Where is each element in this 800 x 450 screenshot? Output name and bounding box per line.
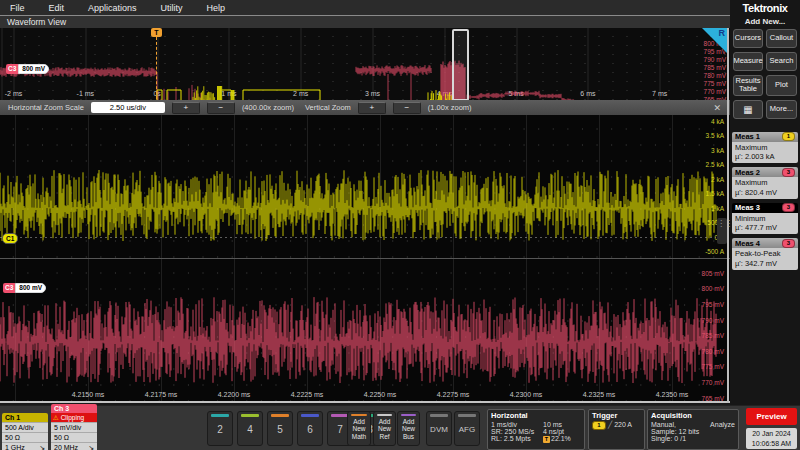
waveform-trace <box>231 90 234 100</box>
results-table-button[interactable]: Results Table <box>733 75 763 96</box>
t-time-tick: 4.2175 ms <box>145 391 178 398</box>
date-label: 20 Jan 2024 <box>746 429 797 439</box>
menu-file[interactable]: File <box>10 3 25 13</box>
ch1-bandwidth: 1 GHz <box>5 443 25 450</box>
meas-value: µ': 820.4 mV <box>735 188 795 198</box>
add-bus-label: Add New Bus <box>398 416 419 440</box>
t-time-tick: 4.2150 ms <box>72 391 105 398</box>
menu-help[interactable]: Help <box>207 3 226 13</box>
trigger-panel[interactable]: Trigger 1 ╱ 220 A <box>588 409 645 450</box>
channel-4-button[interactable]: 4 <box>237 411 263 446</box>
afg-button[interactable]: AFG <box>454 411 480 446</box>
oscilloscope-app: { "menu": {"items": ["File", "Edit", "Ap… <box>0 0 800 450</box>
trigger-marker[interactable]: T <box>151 28 162 37</box>
zoomed-waveform-view[interactable]: 4 kA3.5 kA3 kA2.5 kA2 kA1.5 kA1 kA500 A0… <box>0 115 730 403</box>
section-divider <box>0 258 730 259</box>
hzoom-plus-button[interactable]: + <box>172 102 200 114</box>
preview-button[interactable]: Preview <box>746 408 797 425</box>
channel3-scale: 800 mV <box>18 64 49 74</box>
cursors-button[interactable]: Cursors <box>733 29 763 48</box>
meas-3-badge[interactable]: Meas 3 3 Minimum µ': 477.7 mV <box>732 203 798 235</box>
channel-number: 6 <box>298 417 322 443</box>
menu-bar: File Edit Applications Utility Help <box>0 0 730 15</box>
meas-source-pill: 3 <box>782 239 795 248</box>
meas-2-badge[interactable]: Meas 2 3 Maximum µ': 820.4 mV <box>732 167 798 199</box>
trigger-slope-icon: ╱ <box>608 421 612 428</box>
channel1-name: Ch 1 <box>2 413 48 422</box>
meas-1-badge[interactable]: Meas 1 1 Maximum µ': 2.003 kA <box>732 132 798 164</box>
dvm-button[interactable]: DVM <box>426 411 452 446</box>
expand-arrow-icon: ↘ <box>39 443 45 450</box>
hzoom-factor: (400.00x zoom) <box>242 103 294 112</box>
menu-applications[interactable]: Applications <box>88 3 137 13</box>
measure-button[interactable]: Measure <box>733 52 763 71</box>
close-zoom-icon[interactable]: ✕ <box>713 103 721 113</box>
channel-number: 4 <box>238 417 262 443</box>
meas-4-badge[interactable]: Meas 4 3 Peak-to-Peak µ': 342.7 mV <box>732 238 798 270</box>
warning-icon: ⚠ <box>53 414 59 421</box>
ch3-scale: 5 mV/div <box>54 423 81 432</box>
expand-arrow-icon: ↘ <box>88 443 94 450</box>
acq-mode: Manual, <box>651 421 676 428</box>
meas-value: µ': 2.003 kA <box>735 152 795 162</box>
tab-waveform-view[interactable]: Waveform View <box>0 15 730 28</box>
menu-utility[interactable]: Utility <box>161 3 183 13</box>
t-time-tick: 4.2200 ms <box>218 391 251 398</box>
table-grid-icon[interactable]: ▦ <box>733 100 763 119</box>
more-button[interactable]: More... <box>766 100 797 119</box>
horizontal-zoom-scale-input[interactable] <box>91 102 165 113</box>
meas-source-pill: 1 <box>782 132 795 141</box>
channel-6-button[interactable]: 6 <box>297 411 323 446</box>
measurement-list: Meas 1 1 Maximum µ': 2.003 kA Meas 2 3 M… <box>730 132 800 270</box>
channel3-status-badge[interactable]: Ch 3 ⚠ Clipping 5 mV/div 50 Ω 20 MHz ↘ <box>51 404 97 450</box>
add-new-ref-button[interactable]: Add New Ref <box>373 411 396 446</box>
channel3-zoom-badge[interactable]: C3800 mV <box>3 283 46 293</box>
waveform-trace <box>0 170 716 241</box>
t-time-tick: 4.2250 ms <box>364 391 397 398</box>
overview-traces <box>0 28 730 100</box>
plot-button[interactable]: Plot <box>766 75 797 96</box>
t-time-tick: 4.2325 ms <box>583 391 616 398</box>
add-math-label: Add New Math <box>348 416 370 440</box>
channel3-overview-badge[interactable]: C3800 mV <box>6 64 49 74</box>
callout-button[interactable]: Callout <box>766 29 797 48</box>
waveform-overview[interactable]: 800 mV795 mV790 mV785 mV780 mV775 mV770 … <box>0 28 730 100</box>
trigger-level: 220 A <box>614 421 632 428</box>
status-bar: Ch 1 500 A/div 50 Ω 1 GHz ↘ Ch 3 ⚠ Clipp… <box>0 405 800 450</box>
add-new-buttons: Cursors Callout Measure Search Results T… <box>730 29 800 119</box>
trigger-source-pill: 1 <box>592 421 606 430</box>
time-label: 10:06:58 AM <box>746 439 797 449</box>
acq-analyze: Analyze <box>710 421 735 428</box>
horizontal-panel[interactable]: Horizontal 1 ms/div 10 ms SR: 250 MS/s 4… <box>487 409 585 450</box>
ch3-bandwidth: 20 MHz <box>54 443 78 450</box>
menu-edit[interactable]: Edit <box>49 3 65 13</box>
channel3-tag: C3 <box>3 283 15 293</box>
add-ref-label: Add New Ref <box>374 416 395 440</box>
vzoom-plus-button[interactable]: + <box>358 102 386 114</box>
channel-5-button[interactable]: 5 <box>267 411 293 446</box>
acq-single-count: Single: 0 /1 <box>651 435 735 442</box>
datetime-display: 20 Jan 2024 10:06:58 AM <box>746 428 797 449</box>
waveform-trace <box>234 90 428 100</box>
add-new-math-button[interactable]: Add New Math <box>347 411 371 446</box>
ch1-impedance: 50 Ω <box>5 433 20 442</box>
vzoom-minus-button[interactable]: − <box>393 102 421 114</box>
channel-number: 5 <box>268 417 292 443</box>
acq-sample-bits: Sample: 12 bits <box>651 428 735 435</box>
channel1-status-badge[interactable]: Ch 1 500 A/div 50 Ω 1 GHz ↘ <box>2 413 48 450</box>
acquisition-panel[interactable]: Acquisition Manual, Analyze Sample: 12 b… <box>647 409 739 450</box>
vzoom-factor: (1.00x zoom) <box>428 103 472 112</box>
meas-value: µ': 477.7 mV <box>735 223 795 233</box>
add-new-bus-button[interactable]: Add New Bus <box>397 411 420 446</box>
meas-name: Meas 4 <box>735 239 760 248</box>
channel-number: 2 <box>208 417 232 443</box>
meas-name: Meas 3 <box>735 203 760 212</box>
channel-2-button[interactable]: 2 <box>207 411 233 446</box>
zoom-window-selector[interactable] <box>452 29 469 100</box>
channel1-zoom-badge[interactable]: C1 <box>2 233 18 244</box>
trigger-line <box>156 37 157 99</box>
meas-source-pill: 3 <box>782 203 795 212</box>
search-button[interactable]: Search <box>766 52 797 71</box>
hzoom-minus-button[interactable]: − <box>207 102 235 114</box>
sidebar-drag-handle[interactable]: ⋮⋮ <box>717 218 727 244</box>
